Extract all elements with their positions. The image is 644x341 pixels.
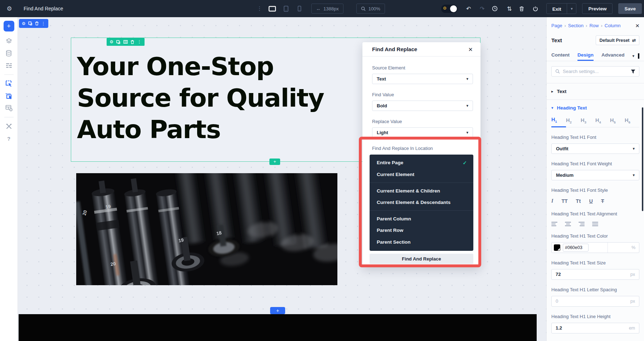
mobile-mode-icon[interactable] — [295, 4, 304, 13]
line-height-input[interactable] — [556, 325, 629, 331]
field-list-icon[interactable] — [4, 60, 14, 71]
element-duplicate-icon[interactable] — [28, 21, 32, 25]
tab-h6[interactable]: H6 — [625, 117, 639, 127]
location-option-current-element-descendants[interactable]: Current Element & Descendants — [370, 196, 473, 208]
tabs-caret-icon[interactable]: ▾ — [633, 54, 635, 58]
color-swatch[interactable] — [554, 244, 560, 251]
underline-icon[interactable]: U — [589, 198, 593, 204]
footer-section[interactable] — [19, 314, 537, 341]
element-more-icon[interactable]: ⋮ — [41, 21, 45, 26]
element-settings-gear-icon[interactable]: ⚙ — [22, 21, 26, 26]
filter-funnel-icon[interactable] — [631, 69, 635, 74]
templates-icon[interactable] — [4, 103, 14, 113]
default-preset-button[interactable]: Default Preset ⇄ — [596, 35, 639, 45]
location-option-parent-section[interactable]: Parent Section — [370, 236, 473, 248]
strikethrough-icon[interactable]: T — [601, 198, 604, 204]
option-label: Entire Page — [377, 160, 403, 165]
align-left-icon[interactable] — [551, 222, 557, 226]
breadcrumb-row[interactable]: Row — [589, 23, 599, 28]
save-button[interactable]: Save — [618, 3, 642, 14]
sort-arrows-icon[interactable]: ⇅ — [506, 5, 513, 12]
help-icon[interactable]: ? — [4, 133, 14, 144]
letter-spacing-input[interactable] — [556, 298, 630, 304]
panel-close-icon[interactable]: × — [635, 22, 639, 29]
theme-toggle[interactable]: ⚙ — [441, 5, 458, 13]
power-icon[interactable] — [533, 6, 541, 11]
settings-search-input[interactable] — [563, 69, 628, 74]
location-option-parent-row[interactable]: Parent Row — [370, 224, 473, 236]
database-icon[interactable] — [4, 48, 14, 59]
tab-design[interactable]: Design — [577, 51, 594, 61]
tab-h4[interactable]: H4 — [595, 117, 610, 127]
tab-h1[interactable]: H1 — [551, 117, 566, 127]
breadcrumb-page[interactable]: Page — [551, 23, 562, 28]
source-element-select[interactable]: Text ▾ — [372, 74, 473, 84]
italic-icon[interactable]: I — [551, 198, 553, 204]
toolbar-overflow-icon[interactable]: ⋮ — [256, 5, 263, 12]
section-heading-text-header[interactable]: ▾ Heading Text — [551, 100, 639, 116]
trash-icon[interactable] — [519, 6, 527, 11]
location-option-current-element[interactable]: Current Element — [370, 169, 473, 180]
uppercase-icon[interactable]: TT — [561, 198, 567, 204]
text-size-input[interactable] — [556, 272, 630, 277]
align-center-icon[interactable] — [565, 222, 571, 226]
tools-icon[interactable] — [4, 121, 14, 132]
tablet-mode-icon[interactable] — [281, 4, 291, 13]
section-duplicate-icon[interactable] — [116, 40, 120, 44]
location-option-parent-column[interactable]: Parent Column — [370, 210, 473, 224]
location-option-entire-page[interactable]: Entire Page ✓ — [370, 157, 473, 169]
desktop-mode-icon[interactable] — [268, 4, 277, 13]
tab-h2[interactable]: H2 — [566, 117, 581, 127]
h1-font-weight-select[interactable]: Medium ▾ — [551, 170, 639, 180]
editor-canvas[interactable]: ⚙ ⋮ ⚙ ⋮ — [18, 17, 546, 341]
align-justify-icon[interactable] — [592, 222, 598, 226]
find-and-replace-submit-button[interactable]: Find And Replace — [370, 254, 473, 264]
wireframe-toggle-icon[interactable] — [638, 53, 639, 59]
chevron-down-icon: ▾ — [633, 146, 635, 151]
modal-title: Find And Replace — [372, 46, 417, 52]
section-trash-icon[interactable] — [131, 40, 134, 44]
insert-element-teal-button[interactable]: + — [269, 159, 280, 165]
location-option-current-element-children[interactable]: Current Element & Children — [370, 182, 473, 196]
insert-section-blue-button[interactable]: + — [270, 307, 285, 314]
tab-h3[interactable]: H3 — [581, 117, 595, 127]
preview-button[interactable]: Preview — [582, 3, 613, 14]
add-element-button[interactable]: + — [4, 21, 14, 31]
breadcrumb-section[interactable]: Section — [568, 23, 584, 28]
modal-close-icon[interactable]: × — [468, 46, 473, 53]
viewport-width-control[interactable]: ↔ 1388px — [311, 4, 343, 14]
layers-icon[interactable] — [4, 36, 14, 47]
find-value-select[interactable]: Bold ▾ — [372, 101, 473, 111]
exit-button[interactable]: Exit — [547, 4, 567, 14]
px-unit: px — [630, 299, 635, 304]
auto-parts-image[interactable]: 20 19 19 18 20 — [76, 173, 337, 285]
chevron-down-icon: ▾ — [466, 103, 468, 108]
tab-content[interactable]: Content — [551, 51, 570, 61]
zoom-control[interactable]: 100% — [356, 4, 385, 14]
exit-caret-icon[interactable]: ▾ — [567, 4, 576, 14]
find-and-replace-modal: Find And Replace × Source Element Text ▾… — [362, 42, 480, 267]
align-right-icon[interactable] — [579, 222, 585, 226]
tab-h5[interactable]: H5 — [610, 117, 625, 127]
text-color-control: % — [551, 242, 639, 253]
capitalize-icon[interactable]: Tt — [576, 198, 581, 204]
select-element-icon[interactable] — [4, 78, 14, 89]
select-multiple-icon[interactable] — [4, 91, 14, 101]
divider — [547, 61, 644, 61]
replace-value-select[interactable]: Light ▾ — [372, 127, 473, 138]
element-trash-icon[interactable] — [35, 21, 39, 25]
section-settings-gear-icon[interactable]: ⚙ — [109, 39, 113, 44]
section-columns-icon[interactable] — [123, 40, 128, 44]
section-more-icon[interactable]: ⋮ — [137, 39, 142, 44]
section-text-header[interactable]: ▸ Text — [551, 83, 639, 99]
hex-color-input[interactable] — [563, 244, 589, 252]
settings-gear-icon[interactable]: ⚙ — [5, 5, 14, 13]
breadcrumb-column[interactable]: Column — [605, 23, 621, 28]
redo-icon[interactable]: ↷ — [478, 5, 486, 12]
h1-font-select[interactable]: Outfit ▾ — [551, 143, 639, 154]
history-clock-icon[interactable] — [492, 6, 500, 11]
undo-icon[interactable]: ↶ — [465, 5, 473, 12]
tab-advanced[interactable]: Advanced — [601, 51, 625, 61]
panel-scrollbar[interactable] — [642, 107, 643, 211]
h1-line-height-label: Heading Text H1 Line Height — [551, 313, 639, 320]
